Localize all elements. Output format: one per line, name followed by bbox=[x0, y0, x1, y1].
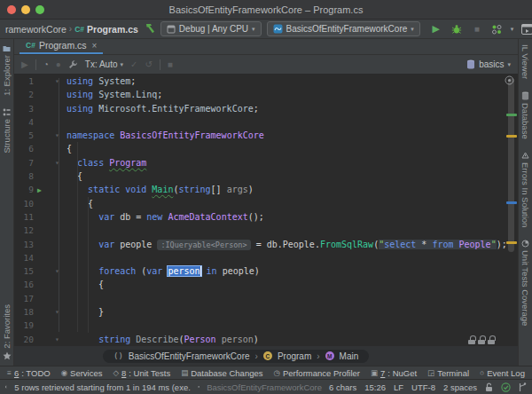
line-number[interactable]: 16 bbox=[14, 278, 34, 291]
line-number[interactable]: 9 bbox=[14, 183, 34, 196]
gutter-line[interactable]: 2 bbox=[14, 88, 64, 101]
code-line[interactable]: } bbox=[66, 305, 491, 319]
gutter-line[interactable]: 8 bbox=[14, 169, 64, 183]
tool-stripe-structure[interactable]: Structure bbox=[2, 108, 12, 154]
code-line[interactable]: static void Main(string[] args) bbox=[66, 183, 491, 196]
line-number[interactable]: 4 bbox=[14, 115, 34, 129]
navigation-breadcrumb[interactable]: rameworkCore › C# Program.cs bbox=[5, 24, 138, 35]
tab-program-cs[interactable]: C# Program.cs × bbox=[20, 38, 103, 54]
line-number[interactable]: 17 bbox=[14, 292, 34, 305]
tool-stripe-explorer[interactable]: 1: Explorer bbox=[2, 44, 12, 96]
editor-gutter[interactable]: 1▾2345▾67▾89▶101112131415▾161718▾1920▾ bbox=[14, 75, 64, 346]
line-number[interactable]: 7 bbox=[14, 156, 34, 169]
code-line[interactable]: { bbox=[66, 169, 491, 183]
breadcrumb-project[interactable]: rameworkCore bbox=[5, 24, 66, 35]
code-editor[interactable]: 1▾2345▾67▾89▶101112131415▾161718▾1920▾ u… bbox=[14, 75, 518, 346]
analysis-stripe-mark[interactable] bbox=[506, 201, 517, 204]
tool-window-toggle-icon[interactable] bbox=[5, 382, 7, 391]
breadcrumb-class[interactable]: Program bbox=[278, 351, 311, 361]
code-line[interactable]: using Microsoft.EntityFrameworkCore; bbox=[66, 102, 491, 115]
gutter-line[interactable]: 16 bbox=[14, 278, 64, 291]
close-window-button[interactable] bbox=[7, 5, 16, 14]
line-number[interactable]: 8 bbox=[14, 169, 34, 183]
gutter-line[interactable]: 19 bbox=[14, 319, 64, 332]
gutter-line[interactable]: 9▶ bbox=[14, 183, 64, 196]
bottombar-item-event-log[interactable]: ○Event Log bbox=[480, 368, 525, 378]
bottombar-item-performance-profiler[interactable]: ◷Performance Profiler bbox=[274, 368, 361, 378]
gutter-line[interactable]: 20▾ bbox=[14, 333, 64, 346]
run-button[interactable]: ▶ bbox=[429, 22, 443, 36]
gutter-line[interactable]: 4 bbox=[14, 115, 64, 129]
code-line[interactable] bbox=[66, 319, 491, 332]
gutter-line[interactable]: 6 bbox=[14, 142, 64, 155]
code-line[interactable]: { bbox=[66, 142, 491, 155]
gutter-line[interactable]: 5▾ bbox=[14, 129, 64, 142]
code-line[interactable]: class Program bbox=[66, 156, 491, 169]
rollback-icon[interactable]: ↺ bbox=[145, 60, 152, 69]
tool-stripe-unit-tests-coverage[interactable]: Unit Tests Coverage bbox=[520, 240, 530, 326]
line-number[interactable]: 13 bbox=[14, 238, 34, 251]
bottombar-item-todo[interactable]: ≡6: TODO bbox=[7, 368, 51, 378]
tool-stripe-database[interactable]: Database bbox=[520, 91, 530, 139]
code-line[interactable]: string Describe(Person person) bbox=[66, 333, 491, 346]
solution-configuration-select[interactable]: Debug | Any CPU ▾ bbox=[160, 21, 262, 36]
status-message[interactable]: 5 rows retrieved starting from 1 in 194 … bbox=[14, 382, 191, 392]
transaction-mode-select[interactable]: Tx: Auto ▾ bbox=[85, 59, 123, 69]
line-number[interactable]: 11 bbox=[14, 210, 34, 224]
bottombar-item-services[interactable]: ◉Services bbox=[61, 368, 103, 378]
code-line[interactable]: foreach (var person in people) bbox=[66, 264, 491, 278]
fold-marker-icon[interactable]: ▾ bbox=[55, 156, 59, 169]
code-line[interactable]: namespace BasicsOfEntityFrameworkCore bbox=[66, 129, 491, 142]
branch-icon[interactable] bbox=[519, 382, 527, 392]
stop-button[interactable]: ■ bbox=[470, 22, 484, 36]
fold-marker-icon[interactable]: ▾ bbox=[55, 305, 59, 319]
build-hammer-icon[interactable] bbox=[144, 22, 155, 36]
commit-icon[interactable]: ✓ bbox=[130, 60, 137, 69]
editor-scrollbar[interactable] bbox=[508, 78, 514, 252]
inspection-ok-icon[interactable] bbox=[501, 382, 511, 392]
fold-marker-icon[interactable]: ▾ bbox=[55, 75, 59, 88]
close-tab-icon[interactable]: × bbox=[92, 41, 98, 51]
tool-stripe-favorites[interactable]: 2: Favorites bbox=[2, 304, 12, 360]
line-number[interactable]: 2 bbox=[14, 88, 34, 101]
gutter-line[interactable]: 3 bbox=[14, 102, 64, 115]
gutter-line[interactable]: 1▾ bbox=[14, 75, 64, 88]
bottombar-item-database-changes[interactable]: ▤Database Changes bbox=[181, 368, 262, 378]
minimize-window-button[interactable] bbox=[21, 5, 30, 14]
code-line[interactable]: { bbox=[66, 197, 491, 210]
fold-marker-icon[interactable]: ▾ bbox=[55, 264, 59, 278]
code-line[interactable] bbox=[66, 224, 491, 237]
code-line[interactable]: var db = new AcmeDataContext(); bbox=[66, 210, 491, 224]
event-bell-icon[interactable] bbox=[198, 382, 200, 391]
tool-stripe-errors-in-solution[interactable]: Errors In Solution bbox=[520, 152, 530, 227]
analysis-stripe-mark[interactable] bbox=[506, 135, 517, 138]
line-number[interactable]: 3 bbox=[14, 102, 34, 115]
gutter-line[interactable]: 15▾ bbox=[14, 264, 64, 278]
tool-stripe-il-viewer[interactable]: IL Viewer bbox=[520, 44, 530, 79]
code-line[interactable]: using System; bbox=[66, 75, 491, 88]
line-number[interactable]: 18 bbox=[14, 305, 34, 319]
line-number[interactable]: 20 bbox=[14, 333, 34, 346]
gutter-line[interactable]: 10 bbox=[14, 197, 64, 210]
code-line[interactable] bbox=[66, 292, 491, 305]
status-line-ending[interactable]: LF bbox=[394, 382, 403, 392]
execute-icon[interactable]: ▶ bbox=[21, 60, 28, 69]
line-number[interactable]: 1 bbox=[14, 75, 34, 88]
code-line[interactable]: using System.Linq; bbox=[66, 88, 491, 101]
breadcrumb-file[interactable]: Program.cs bbox=[87, 24, 138, 35]
bottombar-item-unit-tests[interactable]: ◇8: Unit Tests bbox=[113, 368, 170, 378]
line-number[interactable]: 15 bbox=[14, 264, 34, 278]
gutter-line[interactable]: 14 bbox=[14, 251, 64, 264]
history-icon[interactable]: ◔ bbox=[43, 60, 49, 69]
analysis-stripe-mark[interactable] bbox=[506, 241, 517, 244]
breadcrumb-method[interactable]: Main bbox=[340, 351, 359, 361]
gutter-line[interactable]: 11 bbox=[14, 210, 64, 224]
fold-marker-icon[interactable]: ▾ bbox=[55, 129, 59, 142]
code-line[interactable] bbox=[66, 115, 491, 129]
status-chars[interactable]: 6 chars bbox=[329, 382, 356, 392]
bottombar-item-nuget[interactable]: ▣7: NuGet bbox=[371, 368, 417, 378]
gutter-line[interactable]: 7▾ bbox=[14, 156, 64, 169]
fold-marker-icon[interactable]: ▾ bbox=[55, 333, 59, 346]
maximize-window-button[interactable] bbox=[35, 5, 44, 14]
code-line[interactable]: var people :IQueryable<Person> = db.Peop… bbox=[66, 238, 491, 251]
